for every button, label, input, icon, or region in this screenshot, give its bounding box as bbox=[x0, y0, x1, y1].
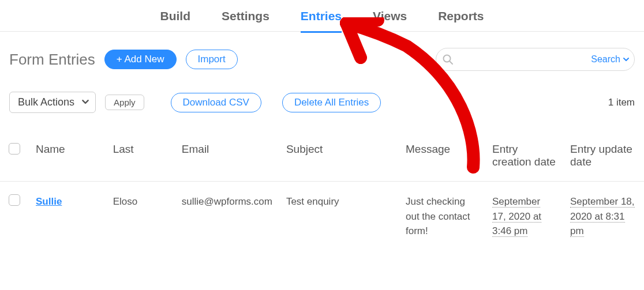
top-nav: Build Settings Entries Views Reports bbox=[0, 0, 644, 32]
table-row: Sullie Eloso sullie@wpforms.com Test enq… bbox=[0, 182, 644, 243]
cell-updated: September 18, 2020 at 8:31 pm bbox=[570, 196, 635, 237]
tab-build[interactable]: Build bbox=[160, 9, 190, 33]
import-button[interactable]: Import bbox=[186, 50, 238, 69]
download-csv-button[interactable]: Download CSV bbox=[171, 93, 261, 112]
chevron-down-icon bbox=[623, 56, 630, 63]
tab-entries[interactable]: Entries bbox=[301, 9, 342, 33]
page-header: Form Entries + Add New Import Search bbox=[0, 32, 644, 79]
cell-name[interactable]: Sullie bbox=[36, 196, 62, 207]
tab-reports[interactable]: Reports bbox=[438, 9, 484, 33]
item-count: 1 item bbox=[608, 97, 635, 108]
search-button[interactable]: Search bbox=[591, 54, 630, 65]
search-icon bbox=[442, 54, 454, 65]
page-title: Form Entries bbox=[9, 51, 95, 69]
cell-last: Eloso bbox=[113, 196, 138, 207]
col-updated[interactable]: Entry update date bbox=[563, 129, 644, 182]
entries-table: Name Last Email Subject Message Entry cr… bbox=[0, 129, 644, 243]
row-checkbox[interactable] bbox=[9, 194, 20, 206]
cell-message: Just checking out the contact form! bbox=[406, 196, 470, 236]
table-header-row: Name Last Email Subject Message Entry cr… bbox=[0, 129, 644, 182]
cell-created: September 17, 2020 at 3:46 pm bbox=[492, 196, 541, 237]
delete-all-button[interactable]: Delete All Entries bbox=[282, 93, 381, 112]
cell-email: sullie@wpforms.com bbox=[182, 196, 272, 207]
toolbar: Bulk Actions Apply Download CSV Delete A… bbox=[0, 79, 644, 123]
chevron-down-icon bbox=[81, 96, 89, 108]
apply-button[interactable]: Apply bbox=[105, 95, 144, 110]
col-last[interactable]: Last bbox=[106, 129, 175, 182]
search-input[interactable] bbox=[454, 51, 591, 68]
bulk-actions-select[interactable]: Bulk Actions bbox=[9, 92, 96, 113]
search-button-label: Search bbox=[591, 54, 620, 65]
col-subject[interactable]: Subject bbox=[279, 129, 399, 182]
svg-line-1 bbox=[450, 61, 452, 64]
tab-settings[interactable]: Settings bbox=[222, 9, 269, 33]
col-email[interactable]: Email bbox=[175, 129, 279, 182]
search-wrap: Search bbox=[436, 48, 635, 71]
col-name[interactable]: Name bbox=[29, 129, 106, 182]
tab-views[interactable]: Views bbox=[373, 9, 407, 33]
bulk-actions-label: Bulk Actions bbox=[18, 96, 74, 108]
col-created[interactable]: Entry creation date bbox=[485, 129, 563, 182]
select-all-checkbox[interactable] bbox=[9, 143, 20, 155]
col-message[interactable]: Message bbox=[399, 129, 485, 182]
cell-subject: Test enquiry bbox=[286, 196, 339, 207]
add-new-button[interactable]: + Add New bbox=[104, 50, 177, 69]
